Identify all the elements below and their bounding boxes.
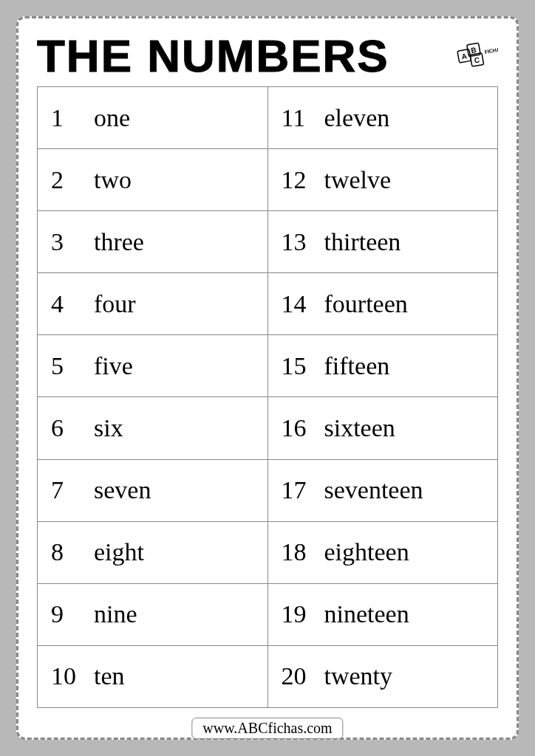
number-word: ten bbox=[94, 662, 125, 690]
svg-text:A: A bbox=[461, 52, 468, 61]
number-digit: 15 bbox=[282, 352, 311, 380]
number-word: nine bbox=[94, 600, 137, 628]
table-row: 6six bbox=[38, 397, 268, 459]
number-digit: 14 bbox=[282, 290, 311, 318]
brand-logo-icon: A B C FICHAS bbox=[454, 39, 498, 72]
header: THE NUMBERS A B C FICHAS bbox=[37, 33, 498, 79]
number-digit: 10 bbox=[51, 662, 81, 690]
number-word: one bbox=[94, 104, 130, 132]
table-row: 13thirteen bbox=[268, 211, 498, 273]
number-word: seven bbox=[94, 476, 151, 504]
number-word: sixteen bbox=[324, 414, 395, 442]
page-title: THE NUMBERS bbox=[37, 33, 389, 79]
svg-text:B: B bbox=[471, 46, 477, 55]
table-row: 19nineteen bbox=[268, 584, 498, 646]
number-word: eighteen bbox=[324, 538, 409, 566]
number-word: fifteen bbox=[324, 352, 390, 380]
number-digit: 17 bbox=[282, 476, 311, 504]
number-digit: 7 bbox=[51, 476, 81, 504]
number-digit: 20 bbox=[282, 662, 311, 690]
table-row: 16sixteen bbox=[268, 397, 498, 459]
table-row: 2two bbox=[38, 149, 268, 211]
number-word: five bbox=[94, 352, 133, 380]
table-row: 8eight bbox=[38, 522, 268, 584]
number-digit: 6 bbox=[51, 414, 81, 442]
number-digit: 5 bbox=[51, 352, 81, 380]
worksheet-page: THE NUMBERS A B C FICHAS 1one 2two 3thre… bbox=[16, 16, 519, 740]
table-row: 7seven bbox=[38, 460, 268, 522]
number-digit: 9 bbox=[51, 600, 81, 628]
table-row: 9nine bbox=[38, 584, 268, 646]
left-column: 1one 2two 3three 4four 5five 6six 7seven… bbox=[38, 87, 268, 707]
number-digit: 8 bbox=[51, 538, 81, 566]
table-row: 18eighteen bbox=[268, 522, 498, 584]
table-row: 12twelve bbox=[268, 149, 498, 211]
number-digit: 3 bbox=[51, 228, 81, 256]
table-row: 14fourteen bbox=[268, 273, 498, 335]
svg-text:C: C bbox=[474, 55, 480, 64]
footer-url: www.ABCfichas.com bbox=[191, 718, 343, 739]
number-digit: 19 bbox=[282, 600, 311, 628]
right-column: 11eleven 12twelve 13thirteen 14fourteen … bbox=[268, 87, 498, 707]
number-digit: 2 bbox=[51, 166, 81, 194]
number-digit: 4 bbox=[51, 290, 81, 318]
table-row: 3three bbox=[38, 211, 268, 273]
number-word: fourteen bbox=[324, 290, 408, 318]
number-word: nineteen bbox=[324, 600, 409, 628]
number-word: seventeen bbox=[324, 476, 423, 504]
table-row: 1one bbox=[38, 87, 268, 149]
number-word: twenty bbox=[324, 662, 393, 690]
number-word: six bbox=[94, 414, 123, 442]
number-word: eight bbox=[94, 538, 144, 566]
number-digit: 11 bbox=[282, 104, 311, 132]
table-row: 15fifteen bbox=[268, 335, 498, 397]
numbers-table: 1one 2two 3three 4four 5five 6six 7seven… bbox=[37, 86, 498, 708]
table-row: 5five bbox=[38, 335, 268, 397]
number-word: three bbox=[94, 228, 144, 256]
number-word: eleven bbox=[324, 104, 390, 132]
table-row: 10ten bbox=[38, 646, 268, 707]
number-digit: 12 bbox=[282, 166, 311, 194]
number-word: two bbox=[94, 166, 132, 194]
svg-text:FICHAS: FICHAS bbox=[484, 46, 498, 54]
number-digit: 18 bbox=[282, 538, 311, 566]
number-word: twelve bbox=[324, 166, 392, 194]
table-row: 11eleven bbox=[268, 87, 498, 149]
number-word: thirteen bbox=[324, 228, 401, 256]
number-digit: 13 bbox=[282, 228, 311, 256]
number-word: four bbox=[94, 290, 136, 318]
number-digit: 16 bbox=[282, 414, 311, 442]
number-digit: 1 bbox=[51, 104, 81, 132]
table-row: 20twenty bbox=[268, 646, 498, 707]
table-row: 4four bbox=[38, 273, 268, 335]
table-row: 17seventeen bbox=[268, 460, 498, 522]
